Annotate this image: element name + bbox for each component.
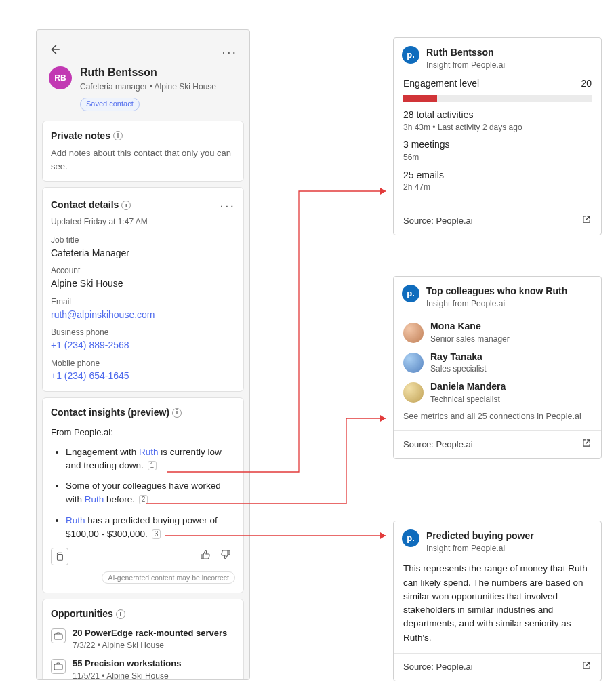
app-frame: ··· RB Ruth Bentsson Cafeteria manager •… [14, 14, 616, 682]
svg-marker-4 [380, 188, 386, 195]
svg-marker-6 [380, 532, 386, 539]
annotation-arrows [14, 14, 616, 682]
svg-marker-5 [380, 415, 386, 422]
